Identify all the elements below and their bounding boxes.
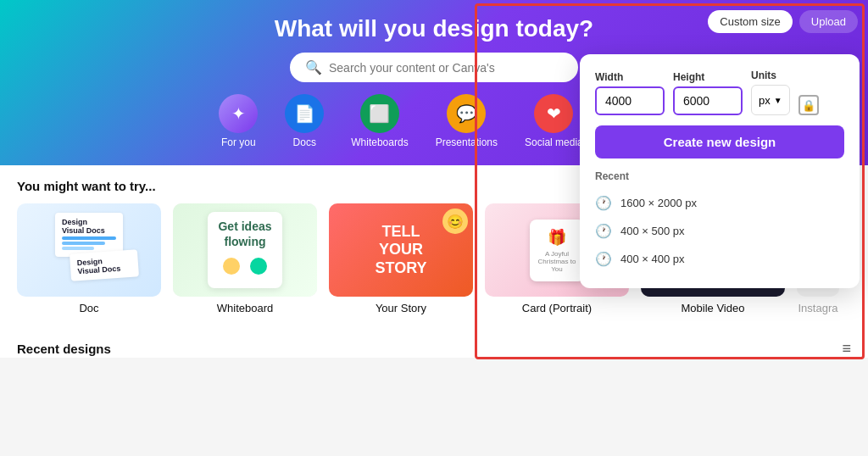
recent-size-item-1[interactable]: 🕐 1600 × 2000 px [595, 189, 844, 217]
units-value: px [759, 94, 771, 107]
docs-icon: 📄 [285, 94, 324, 133]
doc-thumbnail: DesignVisual Docs DesignVisual Docs [17, 203, 161, 297]
template-card-whiteboard[interactable]: Get ideasflowing Whiteboard [173, 203, 317, 314]
doc-label: Doc [79, 302, 98, 314]
recent-size-item-2[interactable]: 🕐 400 × 500 px [595, 217, 844, 245]
for-you-label: For you [221, 136, 256, 148]
your-story-label: Your Story [376, 302, 426, 314]
recent-designs-bar: Recent designs ≡ [0, 328, 868, 358]
sidebar-item-docs[interactable]: 📄 Docs [285, 94, 324, 148]
mobile-video-label: Mobile Video [682, 302, 745, 314]
docs-label: Docs [293, 136, 316, 148]
sidebar-item-for-you[interactable]: ✦ For you [219, 94, 258, 148]
upload-button[interactable]: Upload [799, 10, 858, 33]
whiteboards-label: Whiteboards [351, 136, 408, 148]
presentations-icon: 💬 [447, 94, 486, 133]
search-icon: 🔍 [305, 59, 322, 75]
clock-icon-1: 🕐 [595, 195, 612, 211]
list-view-icon[interactable]: ≡ [842, 340, 851, 358]
for-you-icon: ✦ [219, 94, 258, 133]
whiteboard-thumbnail: Get ideasflowing [173, 203, 317, 297]
recent-label: Recent [595, 170, 844, 182]
sidebar-item-presentations[interactable]: 💬 Presentations [436, 94, 498, 148]
height-input[interactable] [673, 86, 743, 115]
sidebar-item-whiteboards[interactable]: ⬜ Whiteboards [351, 94, 408, 148]
recent-size-2: 400 × 500 px [620, 225, 685, 237]
recent-size-3: 400 × 400 px [620, 253, 685, 265]
units-field: Units px ▼ [751, 70, 790, 115]
whiteboard-label: Whiteboard [217, 302, 273, 314]
custom-size-button[interactable]: Custom size [708, 10, 793, 33]
clock-icon-3: 🕐 [595, 251, 612, 267]
card-portrait-label: Card (Portrait) [522, 302, 592, 314]
search-input[interactable] [329, 61, 563, 75]
clock-icon-2: 🕐 [595, 223, 612, 239]
chevron-down-icon: ▼ [774, 96, 782, 105]
whiteboards-icon: ⬜ [360, 94, 399, 133]
width-input[interactable] [595, 86, 665, 115]
recent-size-item-3[interactable]: 🕐 400 × 400 px [595, 245, 844, 273]
social-media-label: Social media [525, 136, 583, 148]
height-label: Height [673, 71, 743, 83]
template-card-your-story[interactable]: TELLYOURSTORY 😊 Your Story [329, 203, 473, 314]
search-bar[interactable]: 🔍 [290, 53, 578, 82]
width-label: Width [595, 71, 665, 83]
create-new-design-button[interactable]: Create new design [595, 125, 844, 158]
top-buttons: Custom size Upload [708, 10, 858, 33]
units-label: Units [751, 70, 790, 81]
your-story-thumbnail: TELLYOURSTORY 😊 [329, 203, 473, 297]
lock-icon[interactable]: 🔒 [798, 95, 819, 115]
custom-size-popup: Width Height Units px ▼ 🔒 Create new des… [580, 54, 860, 288]
height-field: Height [673, 71, 743, 115]
width-field: Width [595, 71, 665, 115]
units-select[interactable]: px ▼ [751, 85, 790, 115]
social-media-icon: ❤ [534, 94, 573, 133]
recent-size-1: 1600 × 2000 px [620, 197, 697, 209]
template-card-doc[interactable]: DesignVisual Docs DesignVisual Docs Doc [17, 203, 161, 314]
presentations-label: Presentations [436, 136, 498, 148]
sidebar-item-social-media[interactable]: ❤ Social media [525, 94, 583, 148]
popup-dimensions-row: Width Height Units px ▼ 🔒 [595, 70, 844, 115]
instagram-label: Instagra [798, 302, 838, 314]
recent-designs-title: Recent designs [17, 342, 111, 356]
